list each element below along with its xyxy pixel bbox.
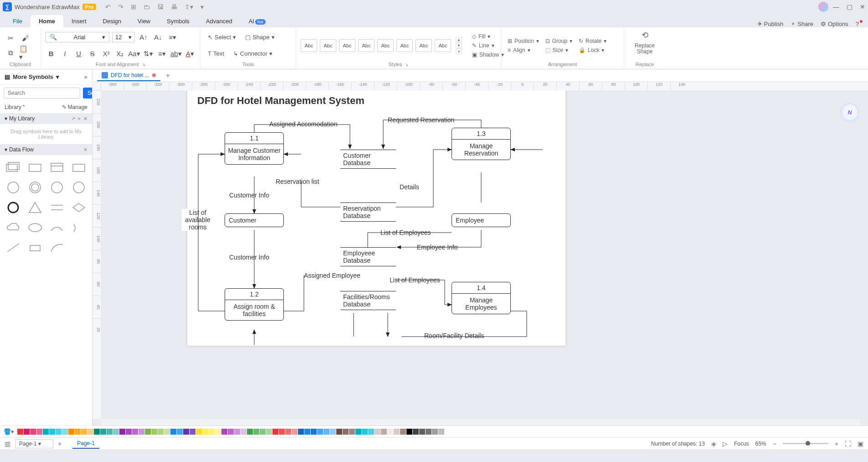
color-swatch[interactable] — [107, 429, 113, 435]
shape-curve[interactable] — [48, 240, 66, 255]
focus-button[interactable]: Focus — [734, 441, 749, 447]
minimize-icon[interactable]: — — [833, 3, 839, 10]
gallery-more-icon[interactable]: ▾ — [456, 49, 462, 54]
color-swatch[interactable] — [272, 429, 278, 435]
color-swatch[interactable] — [215, 429, 221, 435]
active-page-tab[interactable]: Page-1 — [72, 439, 99, 449]
undo-icon[interactable]: ↶ — [105, 3, 111, 10]
publish-button[interactable]: ✈ Publish — [757, 21, 784, 27]
manage-library-button[interactable]: ✎ Manage — [62, 104, 87, 110]
increase-font-icon[interactable]: A↑ — [138, 31, 149, 43]
share-button[interactable]: ⚬ Share — [791, 21, 813, 27]
flow-room-facility-details[interactable]: Room/Facility Details — [423, 332, 485, 339]
flow-employee-info[interactable]: Employee Info — [416, 244, 459, 251]
flow-customer-info-1[interactable]: Customer Info — [228, 192, 270, 199]
save-icon[interactable]: 🖫 — [157, 3, 164, 10]
mylib-export-icon[interactable]: ↗ — [71, 116, 75, 122]
flow-customer-info-2[interactable]: Customer Info — [228, 254, 270, 261]
color-swatch[interactable] — [253, 429, 259, 435]
color-swatch[interactable] — [349, 429, 355, 435]
color-swatch[interactable] — [406, 429, 412, 435]
line-button[interactable]: ✎ Line ▾ — [470, 42, 506, 49]
color-swatch[interactable] — [241, 429, 247, 435]
flow-reservation-list[interactable]: Reservation list — [275, 178, 320, 185]
print-icon[interactable]: 🖶 — [171, 3, 177, 10]
data-flow-header[interactable]: Data Flow — [9, 146, 34, 153]
text-tool[interactable]: T Text — [205, 49, 227, 58]
color-swatch[interactable] — [36, 429, 42, 435]
case-icon[interactable]: Aa▾ — [128, 48, 140, 60]
color-swatch[interactable] — [139, 429, 144, 435]
rotate-button[interactable]: ↻ Rotate ▾ — [577, 37, 608, 45]
shape-box[interactable] — [26, 240, 44, 255]
shape-rect[interactable] — [26, 160, 44, 175]
tab-home[interactable]: Home — [31, 15, 63, 27]
color-swatch[interactable] — [202, 429, 208, 435]
color-swatch[interactable] — [266, 429, 272, 435]
color-swatch[interactable] — [87, 429, 93, 435]
color-swatch[interactable] — [49, 429, 55, 435]
page-select[interactable]: Page-1 ▾ — [15, 439, 53, 448]
color-swatch[interactable] — [400, 429, 406, 435]
color-swatch[interactable] — [279, 429, 285, 435]
color-swatch[interactable] — [317, 429, 323, 435]
tab-design[interactable]: Design — [95, 15, 129, 27]
copy-icon[interactable]: ⧉ — [5, 47, 16, 59]
tab-advanced[interactable]: Advanced — [198, 15, 241, 27]
color-swatch[interactable] — [221, 429, 227, 435]
highlight-icon[interactable]: ab▾ — [170, 48, 182, 60]
shape-multirect[interactable] — [5, 160, 22, 175]
my-library-header[interactable]: My Library — [9, 115, 35, 122]
flow-details[interactable]: Details — [399, 183, 420, 191]
add-document-tab[interactable]: + — [166, 72, 170, 80]
shape-triangle[interactable] — [26, 200, 44, 215]
tab-view[interactable]: View — [129, 15, 159, 27]
process-1-1[interactable]: 1.1 Manage Customer Information — [225, 132, 284, 165]
color-swatch[interactable] — [196, 429, 202, 435]
connector-tool[interactable]: ↳ Connector ▾ — [231, 49, 275, 58]
format-painter-icon[interactable]: 🖌 — [19, 32, 31, 44]
library-label[interactable]: Library — [5, 104, 21, 110]
color-swatch[interactable] — [228, 429, 234, 435]
tab-insert[interactable]: Insert — [63, 15, 95, 27]
lock-button[interactable]: 🔒 Lock ▾ — [577, 47, 608, 54]
process-1-2[interactable]: 1.2 Assign room & facilities — [225, 288, 284, 321]
color-swatch[interactable] — [419, 429, 425, 435]
entity-customer[interactable]: Customer — [225, 213, 284, 227]
options-button[interactable]: ⚙ Options — [821, 21, 848, 27]
color-swatch[interactable] — [247, 429, 253, 435]
color-swatch[interactable] — [387, 429, 393, 435]
flow-assigned-employee[interactable]: Assigned Employee — [303, 272, 361, 279]
align-button[interactable]: ≡ Align ▾ — [506, 47, 541, 54]
color-swatch[interactable] — [209, 429, 215, 435]
color-swatch[interactable] — [311, 429, 317, 435]
style-item[interactable]: Abc — [377, 39, 394, 52]
color-swatch[interactable] — [30, 429, 36, 435]
style-item[interactable]: Abc — [416, 39, 432, 52]
color-swatch[interactable] — [151, 429, 157, 435]
size-button[interactable]: ⬚ Size ▾ — [544, 47, 574, 54]
color-swatch[interactable] — [43, 429, 49, 435]
group-button[interactable]: ⊡ Group ▾ — [544, 37, 574, 45]
color-swatch[interactable] — [445, 429, 451, 435]
font-family-select[interactable]: 🔍 Arial ▾ — [46, 32, 109, 42]
shape-rect2[interactable] — [70, 160, 87, 175]
color-swatch[interactable] — [132, 429, 138, 435]
color-swatch[interactable] — [413, 429, 419, 435]
store-facilities-db[interactable]: Facilities/Rooms Database — [340, 291, 396, 310]
color-swatch[interactable] — [330, 429, 336, 435]
zoom-slider[interactable] — [783, 443, 828, 444]
color-swatch[interactable] — [68, 429, 74, 435]
color-swatch[interactable] — [298, 429, 304, 435]
new-icon[interactable]: ⊞ — [131, 3, 136, 10]
style-gallery[interactable]: Abc Abc Abc Abc Abc Abc Abc Abc ▲▼▾ — [301, 37, 462, 54]
shadow-button[interactable]: ▣ Shadow ▾ — [470, 51, 506, 58]
color-swatch[interactable] — [183, 429, 189, 435]
horizontal-scrollbar[interactable] — [101, 419, 860, 426]
color-swatch[interactable] — [62, 429, 68, 435]
zoom-in-icon[interactable]: + — [835, 440, 838, 447]
diagram-page[interactable]: DFD for Hotel Management System 1.1 Mana… — [187, 90, 565, 346]
color-swatch[interactable] — [432, 429, 438, 435]
symbol-search-input[interactable] — [4, 88, 80, 99]
style-item[interactable]: Abc — [301, 39, 317, 52]
